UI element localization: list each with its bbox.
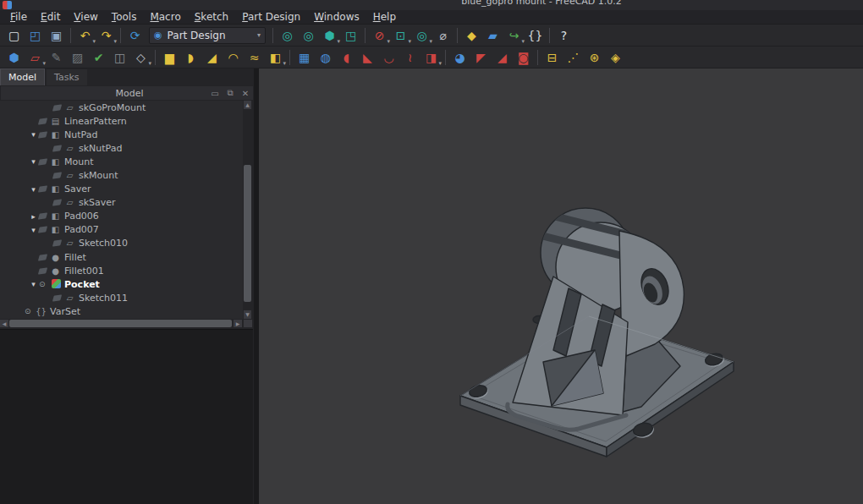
flag-icon — [52, 172, 62, 178]
subtractive-loft-button[interactable]: ◣ — [358, 48, 377, 67]
subtractive-primitive-button[interactable]: ◨▾ — [421, 48, 441, 67]
redo-button[interactable]: ↷▾ — [96, 26, 116, 45]
scroll-left-icon[interactable]: ◀ — [0, 320, 8, 327]
menu-windows[interactable]: Windows — [307, 10, 366, 25]
menu-view[interactable]: View — [67, 10, 104, 25]
draft-button[interactable]: ◢ — [492, 48, 512, 67]
isometric-view-button[interactable]: ⬢▾ — [320, 26, 339, 45]
tree-item-label: skSaver — [79, 197, 116, 208]
revolution-button[interactable]: ◗ — [181, 48, 201, 67]
box-selection-button[interactable]: ⊡▾ — [391, 26, 410, 45]
menu-help[interactable]: Help — [366, 10, 403, 25]
tree-item-Mount[interactable]: ▾◧Mount — [0, 155, 243, 168]
tree-item-Sketch010[interactable]: ▱Sketch010 — [0, 237, 243, 250]
part-utility-button[interactable]: ◆ — [462, 26, 481, 45]
tab-tasks[interactable]: Tasks — [47, 69, 86, 85]
fit-selection-button[interactable]: ◎ — [299, 26, 318, 45]
additive-primitive-button[interactable]: ◧▾ — [266, 48, 285, 67]
create-body-button[interactable]: ⬢ — [4, 48, 24, 67]
stop-navigation-button[interactable]: ⊘▾ — [370, 26, 389, 45]
tree-item-skSaver[interactable]: ▱skSaver — [0, 196, 243, 210]
hole-button[interactable]: ◍ — [316, 48, 335, 67]
hidden-overlay-icon — [39, 159, 49, 165]
subtractive-loft-icon: ◣ — [363, 52, 372, 63]
tree-item-VarSet[interactable]: ⊙{}VarSet — [0, 304, 243, 318]
pocket-button[interactable]: ▦ — [294, 48, 314, 67]
tree-horizontal-scrollbar[interactable]: ◀ ▶ — [0, 319, 252, 328]
tree-item-skGoProMount[interactable]: ▱skGoProMount — [0, 101, 243, 114]
shape-binder-button[interactable]: ◫ — [110, 48, 129, 67]
pad-button[interactable]: ▆ — [160, 48, 179, 67]
tree-item-skNutPad[interactable]: ▱skNutPad — [0, 141, 243, 155]
sync-view-button[interactable]: ◳ — [341, 26, 360, 45]
model-gopro-mount[interactable] — [259, 68, 863, 504]
tree-item-Pad007[interactable]: ▾◧Pad007 — [0, 223, 243, 237]
multitransform-icon: ◈ — [611, 52, 620, 63]
refresh-button[interactable]: ⟳ — [125, 26, 145, 45]
menu-tools[interactable]: Tools — [105, 10, 144, 25]
tree-item-Saver[interactable]: ▾◧Saver — [0, 183, 243, 196]
additive-loft-button[interactable]: ◢ — [202, 48, 222, 67]
tab-model[interactable]: Model — [0, 68, 45, 85]
menu-macro[interactable]: Macro — [143, 10, 187, 25]
menu-part-design[interactable]: Part Design — [235, 10, 307, 25]
undo-button[interactable]: ↶▾ — [75, 26, 95, 45]
close-icon[interactable]: ✕ — [238, 89, 253, 98]
tree-item-Pocket[interactable]: ▾⊙Pocket — [0, 277, 243, 291]
groove-button[interactable]: ◖ — [337, 48, 356, 67]
undo-icon: ↶ — [80, 30, 91, 41]
popout-icon[interactable]: ⧉ — [223, 88, 238, 98]
tree-item-Fillet[interactable]: ●Fillet — [0, 250, 243, 264]
edit-sketch-button[interactable]: ✎ — [47, 48, 66, 67]
additive-helix-button[interactable]: ≈ — [245, 48, 264, 67]
open-document-button[interactable]: ◰ — [25, 26, 45, 45]
fit-all-button[interactable]: ◎ — [278, 26, 297, 45]
scroll-right-icon[interactable]: ▶ — [234, 320, 242, 327]
whats-this-button[interactable]: ? — [554, 26, 574, 45]
tree-item-NutPad[interactable]: ▾◧NutPad — [0, 128, 243, 141]
group-button[interactable]: ▰ — [483, 26, 503, 45]
multitransform-button[interactable]: ◈ — [606, 48, 625, 67]
tree-item-Fillet001[interactable]: ●Fillet001 — [0, 264, 243, 277]
scroll-up-icon[interactable]: ▲ — [244, 101, 251, 109]
horizontal-scroll-thumb[interactable] — [9, 320, 232, 327]
menu-sketch[interactable]: Sketch — [188, 10, 235, 25]
expander-icon[interactable]: ▾ — [28, 280, 39, 288]
expression-editor-button[interactable]: {} — [525, 26, 545, 45]
chamfer-button[interactable]: ◤ — [471, 48, 491, 67]
thickness-button[interactable]: ◙ — [514, 48, 533, 67]
tree-item-Sketch011[interactable]: ▱Sketch011 — [0, 291, 243, 304]
export-button[interactable]: ↪▾ — [504, 26, 524, 45]
tree-item-skMount[interactable]: ▱skMount — [0, 168, 243, 182]
additive-pipe-button[interactable]: ◠ — [223, 48, 243, 67]
fillet-button[interactable]: ◕ — [450, 48, 470, 67]
draft-icon: ◢ — [497, 52, 507, 63]
scroll-down-icon[interactable]: ▼ — [244, 310, 251, 319]
mirrored-button[interactable]: ⊟ — [542, 48, 562, 67]
toolbar-separator — [549, 28, 550, 43]
tree-item-LinearPattern[interactable]: ▤LinearPattern — [0, 114, 243, 128]
workbench-selector[interactable]: ◉Part Design▾ — [149, 27, 266, 44]
map-sketch-button[interactable]: ▨ — [68, 48, 87, 67]
vertical-scroll-thumb[interactable] — [244, 165, 251, 302]
menu-edit[interactable]: Edit — [34, 10, 67, 25]
subtractive-pipe-button[interactable]: ◡ — [379, 48, 399, 67]
new-document-button[interactable]: ▢ — [4, 26, 24, 45]
datum-button[interactable]: ◇▾ — [131, 48, 151, 67]
create-sketch-button[interactable]: ▱▾ — [25, 48, 45, 67]
save-document-button[interactable]: ▣ — [47, 26, 66, 45]
tree-item-label: VarSet — [50, 306, 80, 317]
validate-sketch-button[interactable]: ✔ — [89, 48, 108, 67]
polar-pattern-button[interactable]: ⊛ — [585, 48, 604, 67]
linear-pattern-button[interactable]: ⋰ — [563, 48, 583, 67]
part-utility-icon: ◆ — [467, 30, 476, 41]
chevron-down-icon: ▾ — [408, 38, 411, 45]
3d-viewport[interactable] — [259, 68, 863, 504]
menu-file[interactable]: File — [3, 10, 34, 25]
measure-button[interactable]: ⌀ — [433, 26, 453, 45]
subtractive-helix-button[interactable]: ≀ — [400, 48, 420, 67]
tree-item-Pad006[interactable]: ▸◧Pad006 — [0, 210, 243, 223]
float-icon[interactable]: ▭ — [207, 89, 223, 98]
zoom-tools-button[interactable]: ◎▾ — [412, 26, 432, 45]
tree-vertical-scrollbar[interactable]: ▲ ▼ — [243, 101, 252, 319]
